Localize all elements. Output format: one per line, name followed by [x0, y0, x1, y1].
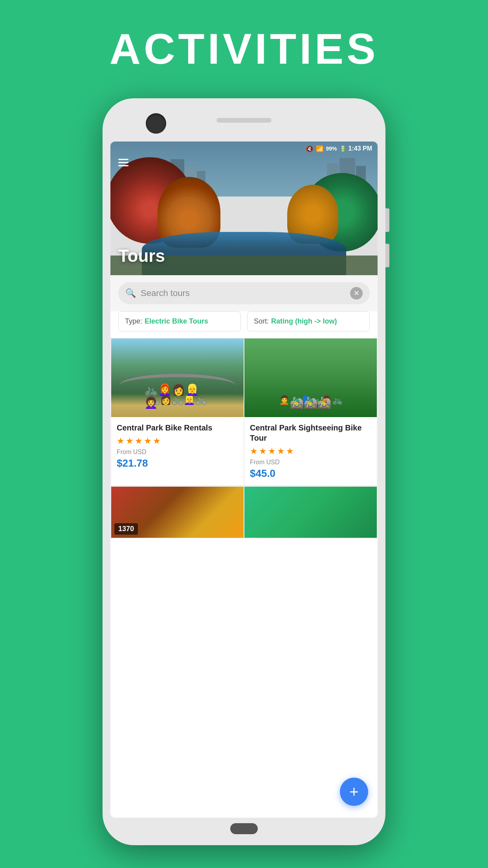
- battery-icon: 🔋: [339, 145, 346, 152]
- phone-home-button[interactable]: [230, 823, 258, 834]
- menu-button[interactable]: [118, 159, 128, 166]
- card-1-star-2: ★: [126, 436, 134, 446]
- card-2-star-3: ★: [268, 446, 276, 456]
- search-icon: 🔍: [125, 288, 136, 298]
- card-1-star-5: ★: [153, 436, 161, 446]
- menu-line-1: [118, 159, 128, 160]
- card-2-price: $45.0: [250, 467, 371, 480]
- sort-filter-button[interactable]: Sort: Rating (high -> low): [247, 311, 370, 331]
- search-clear-button[interactable]: ✕: [350, 287, 363, 300]
- card-1-image: 🚲👩🚲👱‍♀️🚲: [111, 338, 244, 417]
- phone-outer: 🔇 📶 99% 🔋 1:43 PM Tours 🔍: [103, 98, 385, 845]
- tour-card-2[interactable]: 🧑‍🦱🚲👤🚲👨🚲 Central Park Sightseeing Bike T…: [244, 338, 377, 485]
- tour-card-1[interactable]: 🚲👩🚲👱‍♀️🚲 Central Park Bike Rentals ★ ★ ★…: [111, 338, 244, 485]
- page-title: ACTIVITIES: [0, 0, 488, 74]
- status-bar: 🔇 📶 99% 🔋 1:43 PM: [110, 142, 378, 156]
- card-1-price: $21.78: [117, 457, 238, 469]
- phone-camera: [146, 113, 166, 134]
- card-1-title: Central Park Bike Rentals: [117, 423, 238, 433]
- hero-title: Tours: [118, 246, 165, 266]
- sort-filter-value: Rating (high -> low): [271, 317, 337, 326]
- card-2-image: 🧑‍🦱🚲👤🚲👨🚲: [244, 338, 377, 417]
- phone-side-button-1: [385, 208, 389, 232]
- badge-1370: 1370: [114, 523, 138, 535]
- bottom-card-2[interactable]: [244, 487, 377, 538]
- type-filter-label: Type:: [125, 317, 142, 326]
- phone-speaker: [216, 118, 272, 123]
- card-2-stars: ★ ★ ★ ★ ★: [250, 446, 371, 456]
- sort-filter-label: Sort:: [254, 317, 269, 326]
- type-filter-value: Electric Bike Tours: [145, 317, 208, 326]
- type-filter-button[interactable]: Type: Electric Bike Tours: [118, 311, 241, 331]
- card-2-from: From USD: [250, 459, 371, 466]
- fab-button[interactable]: +: [340, 778, 368, 806]
- card-2-star-1: ★: [250, 446, 258, 456]
- search-bar[interactable]: 🔍 Search tours ✕: [118, 282, 370, 304]
- phone-side-button-2: [385, 244, 389, 267]
- card-2-content: Central Park Sightseeing Bike Tour ★ ★ ★…: [244, 417, 377, 485]
- bottom-cards-row: 1370: [110, 486, 378, 539]
- bottom-card-2-image: [244, 487, 377, 538]
- status-time: 1:43 PM: [349, 145, 372, 152]
- filter-row: Type: Electric Bike Tours Sort: Rating (…: [110, 311, 378, 338]
- card-2-star-2: ★: [259, 446, 267, 456]
- bottom-card-1[interactable]: 1370: [111, 487, 244, 538]
- clear-icon: ✕: [354, 289, 360, 298]
- card-2-star-5: ★: [286, 446, 294, 456]
- phone-screen: 🔇 📶 99% 🔋 1:43 PM Tours 🔍: [110, 142, 378, 818]
- card-1-star-3: ★: [135, 436, 143, 446]
- fab-icon: +: [349, 783, 358, 801]
- menu-line-3: [118, 165, 128, 166]
- mute-icon: 🔇: [306, 145, 314, 153]
- card-2-star-4: ★: [277, 446, 285, 456]
- card-1-star-4: ★: [144, 436, 152, 446]
- page-background: ACTIVITIES: [0, 0, 488, 868]
- card-1-stars: ★ ★ ★ ★ ★: [117, 436, 238, 446]
- menu-line-2: [118, 162, 128, 163]
- search-container: 🔍 Search tours ✕: [110, 275, 378, 311]
- card-1-star-1: ★: [117, 436, 125, 446]
- card-2-title: Central Park Sightseeing Bike Tour: [250, 423, 371, 443]
- wifi-icon: 📶: [316, 145, 324, 153]
- search-input[interactable]: Search tours: [141, 288, 345, 298]
- card-1-content: Central Park Bike Rentals ★ ★ ★ ★ ★ From…: [111, 417, 244, 475]
- hero-image: 🔇 📶 99% 🔋 1:43 PM Tours: [110, 142, 378, 275]
- card-1-from: From USD: [117, 449, 238, 456]
- cards-grid: 🚲👩🚲👱‍♀️🚲 Central Park Bike Rentals ★ ★ ★…: [110, 338, 378, 486]
- battery-percent: 99%: [326, 145, 337, 152]
